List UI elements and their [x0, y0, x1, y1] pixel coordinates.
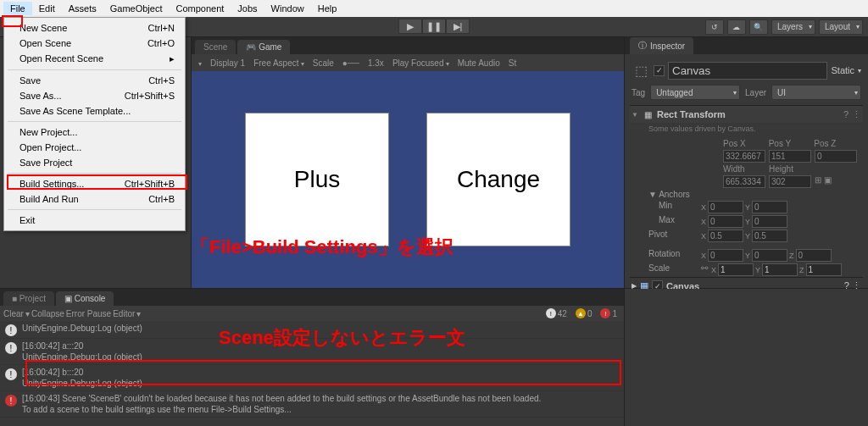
menu-save-template[interactable]: Save As Scene Template...: [4, 103, 185, 119]
menu-window[interactable]: Window: [264, 2, 311, 15]
console-entry[interactable]: ! [16:00:42] a:::20UnityEngine.Debug:Log…: [0, 339, 624, 365]
layer-dropdown[interactable]: UI: [771, 85, 861, 100]
menubar: File Edit Assets GameObject Component Jo…: [0, 0, 868, 17]
tab-inspector[interactable]: ⓘInspector: [630, 37, 693, 54]
help-icon[interactable]: ?: [843, 109, 849, 119]
link-icon[interactable]: ⚯: [701, 263, 708, 276]
scale-y[interactable]: [762, 263, 798, 276]
menu-gameobject[interactable]: GameObject: [103, 2, 170, 15]
anchor-max-y[interactable]: [752, 215, 787, 228]
search-icon[interactable]: 🔍: [749, 19, 768, 35]
info-badge[interactable]: !42: [542, 308, 570, 318]
menu-icon[interactable]: ⋮: [852, 109, 861, 120]
console-list[interactable]: ! UnityEngine.Debug:Log (object) ! [16:0…: [0, 321, 624, 426]
rot-z[interactable]: [796, 249, 832, 262]
pivot-y[interactable]: [752, 230, 787, 242]
game-button-change[interactable]: Change: [426, 113, 570, 246]
error-badge[interactable]: !1: [597, 308, 620, 318]
menu-assets[interactable]: Assets: [62, 2, 103, 15]
scale-value: 1.3x: [368, 58, 384, 68]
scale-x[interactable]: [718, 263, 754, 276]
game-mode-dropdown[interactable]: [198, 58, 202, 68]
layout-dropdown[interactable]: Layout: [819, 19, 863, 35]
center-tabs: Scene 🎮 Game: [192, 37, 624, 54]
pos-y-field[interactable]: [769, 150, 811, 163]
menu-file[interactable]: File: [3, 2, 32, 15]
info-icon: !: [5, 324, 17, 336]
console-entry[interactable]: ! UnityEngine.Debug:Log (object): [0, 321, 624, 339]
tab-scene[interactable]: Scene: [195, 40, 236, 54]
tag-label: Tag: [632, 88, 645, 97]
menu-build-run[interactable]: Build And RunCtrl+B: [4, 191, 185, 207]
editor-dropdown[interactable]: Editor: [113, 309, 135, 318]
menu-new-scene[interactable]: New SceneCtrl+N: [4, 20, 185, 36]
anchor-max-x[interactable]: [708, 215, 743, 228]
scale-label: Scale: [313, 58, 334, 68]
tab-game[interactable]: 🎮 Game: [237, 40, 290, 54]
step-button[interactable]: ▶|: [446, 19, 470, 34]
layer-label: Layer: [745, 88, 766, 97]
tab-project[interactable]: ■ Project: [3, 291, 54, 306]
menu-open-recent[interactable]: Open Recent Scene▸: [4, 51, 185, 67]
menu-save-as[interactable]: Save As...Ctrl+Shift+S: [4, 88, 185, 103]
active-checkbox[interactable]: ✓: [654, 65, 665, 76]
menu-open-scene[interactable]: Open SceneCtrl+O: [4, 36, 185, 51]
anchor-min-y[interactable]: [752, 201, 787, 213]
game-button-plus[interactable]: Plus: [245, 113, 389, 246]
rect-transform-icon: ▦: [642, 108, 654, 120]
console-entry-error[interactable]: ! [16:00:43] Scene 'SceneB' couldn't be …: [0, 391, 624, 418]
console-toolbar: Clear▾ Collapse Error Pause Editor▾ !42 …: [0, 306, 624, 321]
tab-console[interactable]: ▣ Console: [56, 291, 114, 306]
mute-audio-toggle[interactable]: Mute Audio: [458, 58, 500, 68]
menu-build-settings[interactable]: Build Settings...Ctrl+Shift+B: [4, 176, 185, 191]
game-toolbar: Display 1 Free Aspect Scale ●── 1.3x Pla…: [192, 54, 624, 71]
rot-x[interactable]: [708, 249, 743, 262]
pos-z-field[interactable]: [815, 150, 857, 163]
static-label: Static: [831, 65, 854, 75]
width-field[interactable]: [723, 175, 765, 188]
play-focused-dropdown[interactable]: Play Focused: [392, 58, 449, 68]
menu-exit[interactable]: Exit: [4, 213, 185, 228]
pause-button[interactable]: ❚❚: [422, 19, 446, 34]
menu-component[interactable]: Component: [169, 2, 231, 15]
collapse-icon[interactable]: ▼: [632, 111, 638, 119]
aspect-dropdown[interactable]: Free Aspect: [253, 58, 304, 68]
menu-new-project[interactable]: New Project...: [4, 124, 185, 140]
rect-transform-title: Rect Transform: [657, 109, 840, 119]
error-icon: !: [5, 395, 17, 407]
warn-badge[interactable]: ▲0: [572, 308, 596, 318]
undo-history-icon[interactable]: ↺: [705, 19, 724, 35]
file-dropdown-menu: New SceneCtrl+N Open SceneCtrl+O Open Re…: [3, 17, 186, 231]
blueprint-icon[interactable]: ⊞ ▣: [815, 175, 832, 188]
anchor-min-x[interactable]: [708, 201, 743, 213]
rot-y[interactable]: [752, 249, 787, 262]
gameobject-icon[interactable]: ⬚: [632, 61, 650, 80]
tag-dropdown[interactable]: Untagged: [650, 85, 740, 100]
menu-jobs[interactable]: Jobs: [231, 2, 264, 15]
pivot-x[interactable]: [708, 230, 743, 242]
clear-button[interactable]: Clear: [3, 309, 24, 318]
menu-open-project[interactable]: Open Project...: [4, 140, 185, 155]
menu-save[interactable]: SaveCtrl+S: [4, 73, 185, 88]
menu-edit[interactable]: Edit: [32, 2, 62, 15]
cloud-icon[interactable]: ☁: [727, 19, 746, 35]
console-entry[interactable]: ! [16:00:42] b:::20UnityEngine.Debug:Log…: [0, 365, 624, 391]
pos-x-field[interactable]: [723, 150, 765, 163]
scale-z[interactable]: [806, 263, 842, 276]
collapse-button[interactable]: Collapse: [31, 309, 64, 318]
menu-save-project[interactable]: Save Project: [4, 155, 185, 170]
info-icon: !: [5, 368, 17, 380]
driven-text: Some values driven by Canvas.: [630, 123, 863, 138]
error-pause-button[interactable]: Error Pause: [66, 309, 111, 318]
info-icon: !: [5, 342, 17, 354]
menu-help[interactable]: Help: [311, 2, 344, 15]
display-dropdown[interactable]: Display 1: [210, 58, 245, 68]
play-button[interactable]: ▶: [398, 19, 422, 34]
static-dropdown-icon[interactable]: ▾: [858, 67, 861, 75]
gameobject-name-field[interactable]: [668, 62, 827, 80]
game-view: Plus Change: [192, 71, 624, 288]
gamepad-icon: 🎮: [246, 42, 256, 52]
info-icon: ⓘ: [638, 40, 647, 52]
layers-dropdown[interactable]: Layers: [771, 19, 815, 35]
height-field[interactable]: [769, 175, 811, 188]
